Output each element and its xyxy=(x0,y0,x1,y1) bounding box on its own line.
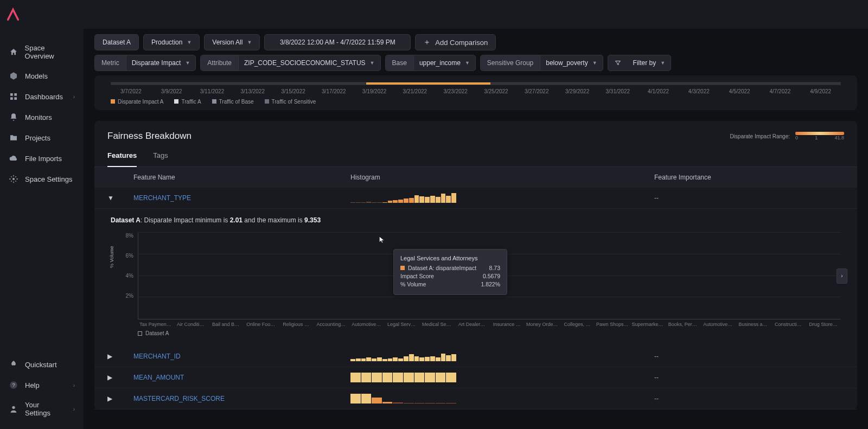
expanded-chart-panel: Dataset A: Disparate Impact minimum is 2… xyxy=(94,209,857,346)
feature-name-link[interactable]: MEAN_AMOUNT xyxy=(133,374,350,381)
daterange-picker[interactable]: 3/8/2022 12:00 AM - 4/7/2022 11:59 PM xyxy=(264,34,411,50)
sidebar-item-label: Dashboards xyxy=(25,93,63,101)
bell-icon xyxy=(9,112,18,122)
chevron-right-icon: › xyxy=(73,94,75,100)
main-content: Dataset A Production▼ Version All▼ 3/8/2… xyxy=(84,29,868,429)
plus-icon: ＋ xyxy=(423,37,431,47)
stat-summary: Dataset A: Disparate Impact minimum is 2… xyxy=(111,216,841,224)
svg-text:?: ? xyxy=(12,382,15,388)
y-axis-label: % Volume xyxy=(109,246,114,268)
chevron-down-icon: ▼ xyxy=(247,40,252,45)
sidebar-item-label: Space Settings xyxy=(25,175,72,183)
y-axis: 8%6%4%2% xyxy=(111,233,138,319)
tab-features[interactable]: Features xyxy=(107,151,137,167)
sidebar-item-label: Your Settings xyxy=(25,401,67,417)
app-logo xyxy=(5,7,21,22)
chevron-down-icon: ▼ xyxy=(185,60,190,66)
metric-select[interactable]: MetricDisparate Impact▼ xyxy=(94,55,196,71)
table-row: ▶ MEAN_AMOUNT -- xyxy=(94,367,857,388)
chevron-down-icon: ▼ xyxy=(592,60,597,66)
version-select[interactable]: Version All▼ xyxy=(204,34,260,50)
base-select[interactable]: Baseupper_income▼ xyxy=(385,55,476,71)
expand-toggle[interactable]: ▶ xyxy=(107,374,133,381)
cube-icon xyxy=(9,71,18,81)
timeline-card: 3/7/20223/9/20223/11/20223/13/20223/15/2… xyxy=(94,75,857,110)
sidebar-item-models[interactable]: Models xyxy=(0,66,84,86)
table-header: Feature Name Histogram Feature Importanc… xyxy=(94,167,857,188)
tabs: Features Tags xyxy=(94,142,857,167)
grid-icon xyxy=(9,92,18,101)
feature-importance: -- xyxy=(654,374,844,381)
chevron-right-icon: › xyxy=(73,382,75,388)
sidebar-item-label: Help xyxy=(25,381,40,389)
environment-select[interactable]: Production▼ xyxy=(143,34,200,50)
sidebar-item-label: Monitors xyxy=(25,113,52,121)
table-row: ▶ MERCHANT_ID -- xyxy=(94,346,857,367)
sidebar-item-dashboards[interactable]: Dashboards › xyxy=(0,86,84,107)
sidebar-item-help[interactable]: ? Help › xyxy=(0,375,84,395)
timeline-ticks: 3/7/20223/9/20223/11/20223/13/20223/15/2… xyxy=(111,88,841,94)
table-row: ▶ MASTERCARD_RISK_SCORE -- xyxy=(94,388,857,409)
svg-rect-2 xyxy=(10,97,13,100)
feature-name-link[interactable]: MERCHANT_TYPE xyxy=(133,194,350,202)
svg-rect-3 xyxy=(14,97,17,100)
cloud-icon xyxy=(9,153,18,163)
expand-toggle[interactable]: ▶ xyxy=(107,395,133,402)
feature-name-link[interactable]: MERCHANT_ID xyxy=(133,353,350,360)
chart-tooltip: Legal Services and Attorneys Dataset A: … xyxy=(393,249,507,295)
volume-chart: % Volume 8%6%4%2% › Legal Services and A… xyxy=(111,233,841,319)
sidebar-item-label: Space Overview xyxy=(25,44,75,60)
tab-tags[interactable]: Tags xyxy=(153,151,168,167)
chevron-down-icon: ▼ xyxy=(465,60,470,66)
timeline-strip[interactable] xyxy=(111,82,841,85)
fairness-breakdown-card: Fairness Breakdown Disparate Impact Rang… xyxy=(94,121,857,409)
sidebar-item-quickstart[interactable]: Quickstart xyxy=(0,354,84,375)
chevron-down-icon: ▼ xyxy=(660,60,665,66)
feature-importance: -- xyxy=(654,194,844,202)
feature-name-link[interactable]: MASTERCARD_RISK_SCORE xyxy=(133,395,350,402)
gear-icon xyxy=(9,174,18,184)
expand-toggle[interactable]: ▶ xyxy=(107,353,133,360)
user-gear-icon xyxy=(9,404,18,414)
filter-by-button[interactable]: Filter by▼ xyxy=(608,55,672,71)
expand-toggle[interactable]: ▼ xyxy=(107,194,133,202)
chevron-down-icon: ▼ xyxy=(187,40,192,45)
svg-rect-1 xyxy=(14,93,17,96)
dataset-pill[interactable]: Dataset A xyxy=(94,34,139,50)
attribute-select[interactable]: AttributeZIP_CODE_SOCIOECONOMIC_STATUS▼ xyxy=(200,55,380,71)
filter-bar-1: Dataset A Production▼ Version All▼ 3/8/2… xyxy=(94,34,857,50)
filter-icon xyxy=(608,60,628,66)
top-bar xyxy=(0,0,868,29)
sidebar-item-label: Models xyxy=(25,72,48,80)
folder-icon xyxy=(9,133,18,143)
sidebar-item-label: Quickstart xyxy=(25,361,57,369)
timeline-legend: Disparate Impact ATraffic ATraffic of Ba… xyxy=(111,99,841,105)
svg-rect-0 xyxy=(10,93,13,96)
chart-next-button[interactable]: › xyxy=(837,268,847,284)
x-axis-labels: Tax Paymen…Air Conditi…Bail and B…Online… xyxy=(138,319,841,327)
help-icon: ? xyxy=(9,380,18,390)
mini-histogram xyxy=(350,351,456,361)
table-row: ▼ MERCHANT_TYPE -- xyxy=(94,188,857,209)
chevron-down-icon: ▼ xyxy=(370,60,375,66)
sidebar-item-label: Projects xyxy=(25,134,50,142)
sidebar-item-file-imports[interactable]: File Imports xyxy=(0,148,84,169)
sidebar-item-monitors[interactable]: Monitors xyxy=(0,107,84,127)
mini-histogram xyxy=(350,394,456,404)
svg-point-4 xyxy=(12,178,15,180)
chevron-right-icon: › xyxy=(73,406,75,412)
sidebar: Space Overview Models Dashboards › Monit… xyxy=(0,29,84,429)
sidebar-item-label: File Imports xyxy=(25,155,62,163)
sensitive-group-select[interactable]: Sensitive Groupbelow_poverty▼ xyxy=(480,55,603,71)
home-icon xyxy=(9,47,18,57)
sidebar-item-projects[interactable]: Projects xyxy=(0,127,84,148)
sidebar-item-space-overview[interactable]: Space Overview xyxy=(0,39,84,66)
section-title: Fairness Breakdown xyxy=(107,131,730,142)
chart-legend: Dataset A xyxy=(138,330,841,336)
sidebar-item-space-settings[interactable]: Space Settings xyxy=(0,169,84,189)
add-comparison-button[interactable]: ＋Add Comparison xyxy=(415,34,496,50)
feature-importance: -- xyxy=(654,395,844,402)
sidebar-item-your-settings[interactable]: Your Settings › xyxy=(0,395,84,422)
mini-histogram xyxy=(350,373,456,382)
filter-bar-2: MetricDisparate Impact▼ AttributeZIP_COD… xyxy=(94,55,857,71)
